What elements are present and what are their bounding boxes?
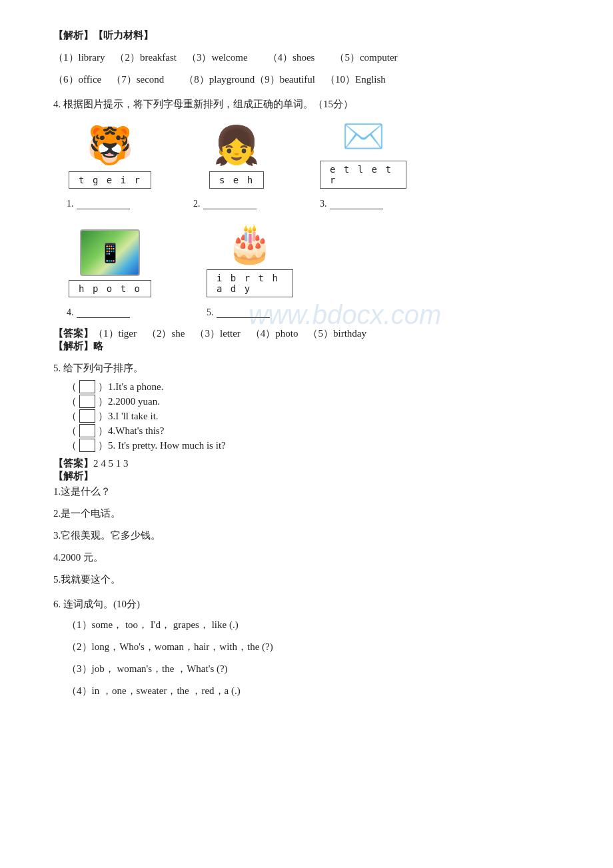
bracket-blank-1 — [79, 380, 95, 393]
image-tiger: 🐯 t g e i r — [67, 123, 153, 191]
q4-jiexi: 【解析】略 — [53, 340, 560, 353]
sentence-row-2: （ ） 2.2000 yuan. — [53, 395, 560, 408]
tiger-icon: 🐯 — [87, 123, 133, 167]
ans-blank-2 — [203, 198, 257, 209]
tablet-icon: 📱 — [80, 229, 140, 276]
sentence-row-5: （ ） 5. It's pretty. How much is it? — [53, 439, 560, 452]
q5-answer-block: 【答案】2 4 5 1 3 — [53, 457, 560, 470]
ans-blank-5 — [217, 307, 270, 318]
answer-row2-container: 4. 5. www.bdocx.com — [53, 307, 560, 318]
q5-answer-label: 【答案】 — [53, 458, 93, 469]
bracket-close-5: ） — [98, 439, 108, 452]
ans-num-5: 5. — [207, 307, 214, 318]
ans-slot-2: 2. — [193, 198, 280, 209]
q5-answer-text: 2 4 5 1 3 — [93, 458, 129, 469]
answer-line-2: 4. 5. — [67, 307, 560, 318]
bracket-close-4: ） — [98, 425, 108, 437]
bracket-close-2: ） — [98, 395, 108, 408]
image-tablet: 📱 h p o t o — [67, 229, 153, 300]
scramble-tgeir: t g e i r — [69, 171, 151, 189]
sentence-row-1: （ ） 1.It's a phone. — [53, 380, 560, 393]
q6-sentence-2: （2）long，Who's，woman，hair，with，the (?) — [53, 638, 560, 656]
q6-title: 6. 连词成句。(10分) — [53, 598, 560, 611]
scramble-seh: s e h — [209, 171, 264, 189]
envelope-icon: ✉️ — [342, 116, 385, 157]
girl-icon: 👧 — [213, 123, 260, 167]
bracket-close-3: ） — [98, 410, 108, 423]
q6-sentence-1: （1）some， too， I'd， grapes， like (.) — [53, 616, 560, 634]
sentence-row-4: （ ） 4.What's this? — [53, 424, 560, 437]
section-4: 4. 根据图片提示，将下列字母重新排列，组成正确的单词。（15分） 🐯 t g … — [53, 98, 560, 353]
section-5: 5. 给下列句子排序。 （ ） 1.It's a phone. （ ） 2.20… — [53, 362, 560, 589]
q6-sentence-3: （3）job， woman's，the ，What's (?) — [53, 660, 560, 678]
sentence-text-1: 1.It's a phone. — [108, 381, 164, 393]
ans-num-1: 1. — [67, 199, 74, 209]
ans-blank-4 — [77, 307, 130, 318]
ans-num-4: 4. — [67, 307, 74, 318]
ans-slot-4: 4. — [67, 307, 153, 318]
q5-jiexi-label: 【解析】 — [53, 470, 560, 483]
sentence-text-2: 2.2000 yuan. — [108, 396, 160, 407]
section-6: 6. 连词成句。(10分) （1）some， too， I'd， grapes，… — [53, 598, 560, 700]
q5-title: 5. 给下列句子排序。 — [53, 362, 560, 375]
ans-slot-5: 5. — [207, 307, 293, 318]
q5-jiexi-4: 4.2000 元。 — [53, 549, 560, 567]
image-row-1: 🐯 t g e i r 👧 s e h ✉️ e t l e t r — [67, 116, 560, 191]
scramble-ibrthday: i b r t h a d y — [207, 269, 293, 297]
bracket-open-1: （ — [67, 381, 77, 393]
bracket-open-5: （ — [67, 439, 77, 452]
listening-line1: （1）library （2）breakfast （3）welcome （4）sh… — [53, 49, 560, 67]
ans-num-2: 2. — [193, 199, 201, 209]
sentence-text-4: 4.What's this? — [108, 425, 164, 437]
q4-title: 4. 根据图片提示，将下列字母重新排列，组成正确的单词。（15分） — [53, 98, 560, 111]
bracket-open-4: （ — [67, 425, 77, 437]
ans-slot-3: 3. — [320, 198, 406, 209]
q4-answer-block: 【答案】（1）tiger （2）she （3）letter （4）photo （… — [53, 327, 560, 340]
q5-jiexi-3: 3.它很美观。它多少钱。 — [53, 527, 560, 545]
sentence-row-3: （ ） 3.I 'll take it. — [53, 409, 560, 423]
q4-answer-label: 【答案】 — [53, 328, 93, 339]
q5-jiexi-5: 5.我就要这个。 — [53, 571, 560, 589]
q5-jiexi-1: 1.这是什么？ — [53, 483, 560, 501]
jiexi-header: 【解析】【听力材料】 — [53, 27, 560, 45]
sentence-text-3: 3.I 'll take it. — [108, 411, 159, 422]
ans-slot-1: 1. — [67, 198, 153, 209]
image-cake: 🎂 i b r t h a d y — [207, 221, 293, 300]
tablet-visual: 📱 — [80, 229, 140, 276]
cake-icon: 🎂 — [227, 221, 273, 265]
image-girl: 👧 s e h — [193, 123, 280, 191]
bracket-open-2: （ — [67, 395, 77, 408]
q5-jiexi-2: 2.是一个电话。 — [53, 505, 560, 523]
sentence-text-5: 5. It's pretty. How much is it? — [108, 440, 226, 451]
bracket-open-3: （ — [67, 410, 77, 423]
bracket-blank-4 — [79, 424, 95, 437]
image-envelope: ✉️ e t l e t r — [320, 116, 406, 191]
ans-blank-3 — [330, 198, 383, 209]
section-jiexi-header: 【解析】【听力材料】 （1）library （2）breakfast （3）we… — [53, 27, 560, 89]
answer-line-1: 1. 2. 3. — [67, 198, 560, 209]
ans-blank-1 — [77, 198, 130, 209]
q6-sentence-4: （4）in ，one，sweater，the ，red，a (.) — [53, 682, 560, 700]
scramble-etletr: e t l e t r — [320, 161, 406, 189]
bracket-close-1: ） — [98, 381, 108, 393]
listening-line2: （6）office （7）second （8）playground（9）beau… — [53, 71, 560, 89]
bracket-blank-3 — [79, 409, 95, 423]
bracket-blank-5 — [79, 439, 95, 452]
image-row-2: 📱 h p o t o 🎂 i b r t h a d y — [67, 221, 560, 300]
bracket-blank-2 — [79, 395, 95, 408]
ans-num-3: 3. — [320, 199, 327, 209]
scramble-hpoto: h p o t o — [69, 280, 151, 297]
q4-answer-text: （1）tiger （2）she （3）letter （4）photo （5）bi… — [93, 328, 366, 339]
